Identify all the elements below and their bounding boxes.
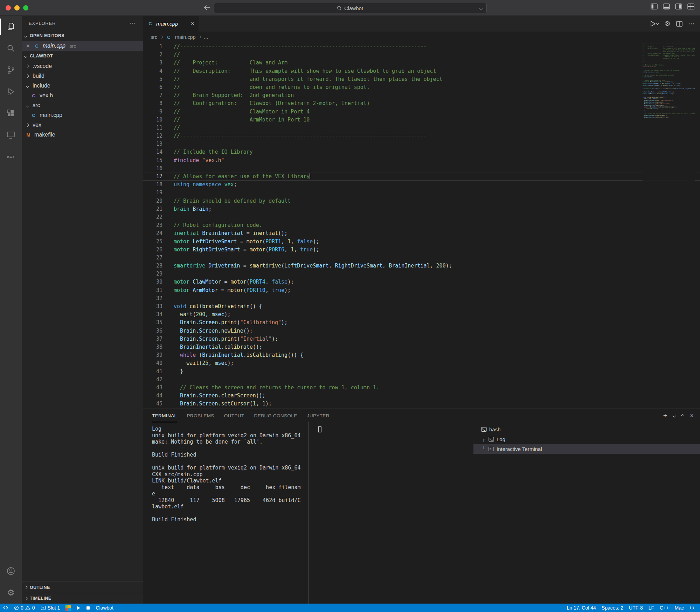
split-editor-icon[interactable] — [676, 21, 682, 27]
zoom-window-button[interactable] — [23, 5, 28, 11]
code-line[interactable]: 1//-------------------------------------… — [143, 43, 700, 51]
host-indicator[interactable]: Mac — [672, 604, 687, 612]
code-line[interactable]: 7// Brain Supported: 2nd generation — [143, 91, 700, 99]
code-line[interactable]: 45 Brain.Screen.setCursor(1, 1); — [143, 400, 700, 408]
run-program-button[interactable] — [74, 604, 83, 612]
code-line[interactable]: 43 // Clears the screen and returns the … — [143, 384, 700, 392]
workspace-root-header[interactable]: CLAWBOT — [22, 51, 143, 61]
panel-tab-problems[interactable]: PROBLEMS — [187, 409, 214, 422]
gear-icon[interactable]: ⚙ — [665, 20, 671, 27]
code-line[interactable]: 18using namespace vex; — [143, 181, 700, 189]
code-line[interactable]: 20// Brain should be defined by default — [143, 197, 700, 205]
terminal-output[interactable]: Logunix build for platform vexiq2 on Dar… — [143, 422, 308, 604]
toggle-secondary-sidebar-icon[interactable] — [675, 4, 682, 9]
code-line[interactable]: 13 — [143, 140, 700, 148]
code-line[interactable]: 8// Configuration: Clawbot (Drivetrain 2… — [143, 99, 700, 107]
code-line[interactable]: 32 — [143, 294, 700, 302]
panel-tab-jupyter[interactable]: JUPYTER — [307, 409, 330, 422]
settings-gear-icon[interactable]: ⚙ — [0, 582, 22, 604]
panel-tab-output[interactable]: OUTPUT — [224, 409, 244, 422]
tree-item--vscode[interactable]: .vscode — [22, 61, 143, 71]
remote-indicator[interactable] — [0, 604, 11, 612]
terminal-tab-bash[interactable]: bash — [473, 424, 700, 434]
code-line[interactable]: 12//------------------------------------… — [143, 132, 700, 140]
encoding[interactable]: UTF-8 — [626, 604, 646, 612]
terminal-tab-log[interactable]: ┌Log — [473, 434, 700, 444]
code-line[interactable]: 22 — [143, 213, 700, 221]
indentation[interactable]: Spaces: 2 — [599, 604, 626, 612]
extensions-icon[interactable] — [0, 103, 22, 124]
open-editors-header[interactable]: OPEN EDITORS — [22, 30, 143, 41]
maximize-panel-icon[interactable] — [681, 414, 685, 417]
code-line[interactable]: 21brain Brain; — [143, 205, 700, 213]
code-editor[interactable]: 1//-------------------------------------… — [143, 43, 700, 409]
tree-item-main-cpp[interactable]: Cmain.cpp — [22, 110, 143, 120]
close-panel-icon[interactable]: × — [690, 412, 694, 419]
new-terminal-icon[interactable]: + — [663, 412, 667, 419]
code-line[interactable]: 23// Robot configuration code. — [143, 221, 700, 229]
breadcrumb-src[interactable]: src — [151, 34, 157, 40]
open-editor-main-cpp[interactable]: × C main.cpp src — [22, 41, 143, 51]
tree-item-makefile[interactable]: Mmakefile — [22, 130, 143, 140]
code-line[interactable]: 34 wait(200, msec); — [143, 311, 700, 319]
minimize-window-button[interactable] — [14, 5, 20, 11]
problems-indicator[interactable]: 0 0 — [11, 604, 38, 612]
close-window-button[interactable] — [6, 5, 11, 11]
code-line[interactable]: 19 — [143, 189, 700, 197]
run-file-icon[interactable] — [650, 21, 659, 27]
code-line[interactable]: 41 } — [143, 368, 700, 376]
command-center[interactable]: Clawbot — [214, 3, 487, 13]
code-line[interactable]: 31motor ArmMotor = motor(PORT10, true); — [143, 286, 700, 294]
tree-item-vex[interactable]: vex — [22, 120, 143, 130]
code-line[interactable]: 28smartdrive Drivetrain = smartdrive(Lef… — [143, 262, 700, 270]
chevron-down-icon[interactable] — [673, 414, 676, 417]
back-icon[interactable] — [203, 5, 210, 11]
code-line[interactable]: 38 BrainInertial.calibrate(); — [143, 343, 700, 351]
panel-tab-terminal[interactable]: TERMINAL — [152, 409, 177, 422]
code-line[interactable]: 44 Brain.Screen.clearScreen(); — [143, 392, 700, 400]
code-line[interactable]: 40 wait(25, msec); — [143, 359, 700, 367]
minimap[interactable]: //--------------------------------------… — [643, 43, 695, 409]
terminal-tab-interactive-terminal[interactable]: └Interactive Terminal — [473, 444, 700, 454]
code-line[interactable]: 15#include "vex.h" — [143, 157, 700, 165]
notifications-bell-icon[interactable] — [687, 604, 697, 612]
account-icon[interactable] — [0, 560, 22, 582]
run-debug-icon[interactable] — [0, 81, 22, 103]
cursor-position[interactable]: Ln 17, Col 44 — [564, 604, 599, 612]
code-line[interactable]: 29 — [143, 270, 700, 278]
code-line[interactable]: 4// Description: This example will show … — [143, 67, 700, 75]
vex-device-icon[interactable] — [63, 604, 74, 612]
toggle-panel-icon[interactable] — [663, 4, 670, 9]
tree-item-include[interactable]: include — [22, 81, 143, 91]
code-line[interactable]: 10// ArmMotor in Port 10 — [143, 116, 700, 124]
stop-program-button[interactable] — [83, 604, 93, 612]
slot-selector[interactable]: Slot 1 — [38, 604, 63, 612]
timeline-section-header[interactable]: TIMELINE — [22, 593, 143, 604]
code-line[interactable]: 42 — [143, 376, 700, 384]
code-line[interactable]: 25motor LeftDriveSmart = motor(PORT1, 1,… — [143, 238, 700, 246]
close-icon[interactable]: × — [25, 42, 31, 49]
code-line[interactable]: 2// — [143, 51, 700, 59]
code-line[interactable]: 24inertial BrainInertial = inertial(); — [143, 229, 700, 237]
code-line[interactable]: 9// ClawMotor in Port 4 — [143, 108, 700, 116]
tab-main-cpp[interactable]: C main.cpp × — [143, 16, 199, 32]
code-line[interactable]: 14// Include the IQ Library — [143, 148, 700, 156]
code-line[interactable]: 5// and transports it forward. The Clawb… — [143, 75, 700, 83]
breadcrumb-file[interactable]: main.cpp — [175, 34, 196, 40]
more-actions-icon[interactable]: ⋯ — [129, 19, 136, 27]
tree-item-src[interactable]: src — [22, 100, 143, 110]
vex-icon[interactable]: v=x — [0, 146, 22, 168]
toggle-sidebar-icon[interactable] — [651, 4, 658, 9]
eol-sequence[interactable]: LF — [646, 604, 657, 612]
code-line[interactable]: 39 while (BrainInertial.isCalibrating())… — [143, 351, 700, 359]
remote-explorer-icon[interactable] — [0, 124, 22, 146]
search-icon[interactable] — [0, 37, 22, 59]
outline-section-header[interactable]: OUTLINE — [22, 582, 143, 593]
panel-tab-debug-console[interactable]: DEBUG CONSOLE — [254, 409, 297, 422]
code-line[interactable]: 3// Project: Claw and Arm — [143, 59, 700, 67]
code-line[interactable]: 37 Brain.Screen.print("Inertial"); — [143, 335, 700, 343]
code-line[interactable]: 27 — [143, 254, 700, 262]
language-mode[interactable]: C++ — [657, 604, 672, 612]
code-line[interactable]: 36 Brain.Screen.newLine(); — [143, 327, 700, 335]
code-line[interactable]: 33void calibrateDrivetrain() { — [143, 302, 700, 311]
